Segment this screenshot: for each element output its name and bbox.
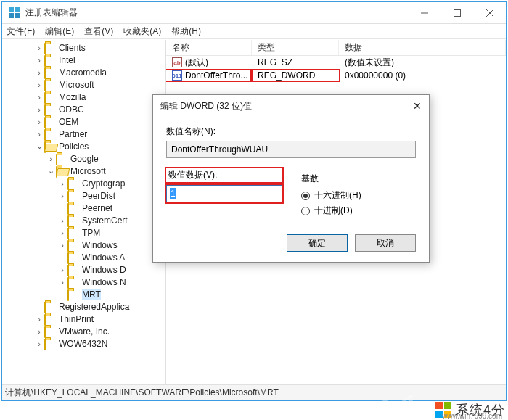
folder-icon — [67, 277, 79, 287]
tree-item[interactable]: ›Macromedia — [34, 66, 165, 78]
minimize-button[interactable] — [408, 2, 441, 23]
col-name[interactable]: 名称 — [166, 40, 252, 55]
chevron-right-icon[interactable]: › — [34, 93, 44, 102]
menu-view[interactable]: 查看(V) — [84, 25, 113, 38]
tree-pane[interactable]: ›Clients›Intel›Macromedia›Microsoft›Mozi… — [2, 40, 166, 384]
tree-item[interactable]: ›VMware, Inc. — [34, 325, 165, 337]
chevron-right-icon[interactable]: › — [46, 155, 56, 163]
tree-item[interactable]: ›ThinPrint — [34, 313, 165, 325]
tree-item[interactable]: ›Clients — [34, 41, 165, 54]
cancel-button[interactable]: 取消 — [355, 234, 416, 252]
menu-file[interactable]: 文件(F) — [7, 25, 35, 38]
chevron-down-icon[interactable]: ⌄ — [34, 141, 44, 151]
chevron-right-icon[interactable]: › — [34, 105, 44, 114]
col-data[interactable]: 数据 — [339, 40, 506, 55]
chevron-right-icon[interactable]: › — [57, 216, 67, 225]
list-row[interactable]: 011DontOfferThro...REG_DWORD0x00000000 (… — [166, 69, 506, 82]
tree-item[interactable]: Peernet — [57, 202, 165, 214]
chevron-right-icon[interactable]: › — [57, 228, 67, 237]
tree-item-label: Windows — [82, 240, 118, 250]
tree-item-label: Microsoft — [70, 166, 106, 176]
tree-item-label: Partner — [59, 129, 87, 139]
tree-item[interactable]: ›ODBC — [34, 103, 165, 115]
folder-icon — [44, 43, 56, 53]
tree-item-label: MRT — [82, 289, 101, 300]
close-button[interactable] — [473, 2, 506, 23]
chevron-right-icon[interactable]: › — [34, 339, 44, 348]
tree-item[interactable]: Windows A — [57, 251, 165, 263]
tree-item[interactable]: ›Intel — [34, 54, 165, 66]
tree-item[interactable]: ›Microsoft — [34, 78, 165, 91]
chevron-down-icon[interactable]: ⌄ — [46, 166, 56, 176]
string-value-icon: ab — [172, 57, 182, 67]
value-data-text: 1 — [170, 188, 176, 199]
tree-item[interactable]: ⌄Microsoft — [46, 165, 165, 177]
radio-dec-indicator — [301, 207, 310, 215]
folder-icon — [44, 141, 56, 152]
chevron-right-icon[interactable]: › — [57, 278, 67, 287]
tree-item[interactable]: ›Windows — [57, 239, 165, 251]
menubar: 文件(F) 编辑(E) 查看(V) 收藏夹(A) 帮助(H) — [2, 24, 506, 39]
list-row[interactable]: ab(默认)REG_SZ(数值未设置) — [166, 56, 506, 69]
chevron-right-icon[interactable]: › — [34, 68, 44, 77]
tree-item[interactable]: ›WOW6432N — [34, 337, 165, 350]
tree-item[interactable]: ›TPM — [57, 226, 165, 239]
maximize-button[interactable] — [441, 2, 473, 23]
chevron-right-icon[interactable]: › — [34, 81, 44, 89]
folder-icon — [67, 178, 79, 189]
folder-icon — [67, 228, 79, 238]
tree-item[interactable]: ›Windows D — [57, 263, 165, 276]
tree-item[interactable]: ›Partner — [34, 128, 165, 140]
watermark-url: www.win7999.com — [442, 412, 502, 420]
ok-button[interactable]: 确定 — [287, 234, 348, 252]
dialog-close-button[interactable]: ✕ — [396, 100, 422, 112]
tree-item[interactable]: RegisteredApplica — [34, 300, 165, 313]
radio-dec-label: 十进制(D) — [314, 205, 353, 217]
tree-item-label: ODBC — [59, 104, 84, 115]
chevron-right-icon[interactable]: › — [34, 56, 44, 65]
tree-item[interactable]: ›PeerDist — [57, 189, 165, 202]
chevron-right-icon[interactable]: › — [57, 179, 67, 188]
radio-dec[interactable]: 十进制(D) — [301, 205, 361, 217]
tree-item[interactable]: ›SystemCert — [57, 214, 165, 226]
tree-item-label: RegisteredApplica — [59, 302, 129, 312]
folder-icon — [44, 55, 56, 65]
chevron-right-icon[interactable]: › — [34, 118, 44, 126]
chevron-right-icon[interactable]: › — [34, 315, 44, 324]
value-name-field: DontOfferThroughWUAU — [166, 141, 416, 158]
watermark-decoration — [370, 391, 414, 416]
base-label: 基数 — [301, 173, 361, 185]
tree-item[interactable]: ›Cryptograp — [57, 177, 165, 189]
chevron-right-icon[interactable]: › — [57, 241, 67, 250]
folder-icon — [44, 92, 56, 102]
chevron-right-icon[interactable]: › — [57, 192, 67, 200]
menu-favorites[interactable]: 收藏夹(A) — [123, 25, 161, 38]
tree-item-label: Windows D — [82, 265, 126, 275]
tree-item-label: Mozilla — [59, 92, 86, 102]
tree-item-label: Clients — [59, 43, 86, 53]
chevron-right-icon[interactable]: › — [34, 327, 44, 336]
radio-hex[interactable]: 十六进制(H) — [301, 189, 361, 202]
menu-edit[interactable]: 编辑(E) — [45, 25, 74, 38]
svg-rect-0 — [454, 9, 460, 16]
tree-item[interactable]: ›Google — [46, 152, 165, 165]
tree-item[interactable]: ›OEM — [34, 115, 165, 128]
tree-item[interactable]: ⌄Policies — [34, 140, 165, 152]
tree-item-label: SystemCert — [82, 215, 128, 226]
folder-icon — [44, 129, 56, 139]
chevron-right-icon[interactable]: › — [57, 265, 67, 274]
value-data-field[interactable]: 1 — [166, 185, 282, 202]
col-type[interactable]: 类型 — [252, 40, 339, 55]
value-type: REG_DWORD — [252, 70, 339, 81]
tree-item[interactable]: ›Mozilla — [34, 91, 165, 103]
tree-item-label: ThinPrint — [59, 314, 94, 324]
list-header: 名称 类型 数据 — [166, 40, 506, 56]
chevron-right-icon[interactable]: › — [34, 44, 44, 52]
tree-item[interactable]: MRT — [57, 288, 165, 300]
folder-icon — [67, 265, 79, 275]
tree: ›Clients›Intel›Macromedia›Microsoft›Mozi… — [2, 41, 165, 350]
tree-item-label: VMware, Inc. — [59, 326, 110, 337]
tree-item[interactable]: ›Windows N — [57, 276, 165, 288]
chevron-right-icon[interactable]: › — [34, 130, 44, 139]
menu-help[interactable]: 帮助(H) — [171, 25, 201, 38]
